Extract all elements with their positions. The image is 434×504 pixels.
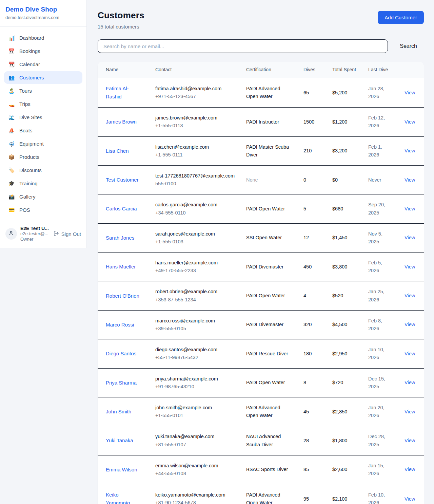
customer-total-spent: $5,200 [332,90,347,95]
view-customer-link[interactable]: View [405,90,415,95]
customer-total-spent: $3,800 [332,264,347,269]
sidebar-nav-item[interactable]: 📸 Gallery [4,190,82,203]
column-header-dives: Dives [295,62,324,78]
logout-icon [53,230,59,237]
view-customer-link[interactable]: View [405,467,415,472]
sidebar-nav-item[interactable]: 🏷️ Discounts [4,164,82,176]
customer-certification: PADI Open Water [246,293,285,298]
customer-dives: 45 [303,409,309,414]
nav-item-label: Bookings [19,48,40,54]
customer-name-link[interactable]: James Brown [106,118,137,126]
sidebar-nav-item[interactable]: 🌊 Dive Sites [4,111,82,124]
sign-out-button[interactable]: Sign Out [53,230,81,237]
customer-email: test-1772681807767@example.com [155,172,235,180]
sidebar-nav-item[interactable]: ⛵ Boats [4,124,82,137]
customer-last-dive: Feb 1, 2026 [368,144,382,157]
customer-name-link[interactable]: Test Customer [106,176,139,184]
customer-phone: +81-555-0107 [155,441,235,449]
view-customer-link[interactable]: View [405,206,415,211]
customer-name-link[interactable]: Priya Sharma [106,379,137,387]
customer-name-link[interactable]: Lisa Chen [106,147,129,155]
sidebar-nav-item[interactable]: 📊 Dashboard [4,32,82,44]
customer-name-link[interactable]: Yuki Tanaka [106,436,133,445]
customer-certification: PADI Master Scuba Diver [246,144,289,157]
nav-item-icon: 🏝️ [8,88,15,93]
add-customer-button[interactable]: Add Customer [378,11,424,24]
view-customer-link[interactable]: View [405,322,415,327]
view-customer-link[interactable]: View [405,409,415,414]
view-customer-link[interactable]: View [405,119,415,125]
sidebar-nav-item[interactable]: 👥 Customers [4,71,82,84]
customer-last-dive: Feb 5, 2026 [368,260,382,273]
view-customer-link[interactable]: View [405,177,415,183]
nav-item-label: Trips [19,101,31,107]
view-customer-link[interactable]: View [405,264,415,269]
customer-last-dive: Jan 15, 2026 [368,463,384,476]
view-customer-link[interactable]: View [405,438,415,443]
customer-phone: +49-170-555-2233 [155,267,235,275]
view-customer-link[interactable]: View [405,293,415,298]
nav-item-label: Products [19,154,39,160]
customer-certification: PADI Rescue Diver [246,351,288,356]
search-button[interactable]: Search [397,41,420,51]
table-row: Carlos Garcia carlos.garcia@example.com … [98,194,424,223]
customer-name-link[interactable]: John Smith [106,408,131,416]
customer-name-link[interactable]: Robert O'Brien [106,292,139,300]
sidebar-nav-item[interactable]: 📅 Bookings [4,45,82,57]
customer-name-link[interactable]: Hans Mueller [106,263,136,271]
view-customer-link[interactable]: View [405,148,415,153]
view-customer-link[interactable]: View [405,380,415,385]
customer-total-spent: $0 [332,177,338,183]
customer-phone: +1-555-0111 [155,151,235,159]
nav-item-icon: 🎓 [8,181,15,186]
page-header-text: Customers 15 total customers [98,10,144,30]
view-customer-link[interactable]: View [405,496,415,502]
customers-table: Name Contact Certification Dives Total S… [98,62,424,504]
customer-dives: 0 [303,177,306,183]
customer-total-spent: $4,500 [332,322,347,327]
nav-item-icon: 💳 [8,207,15,212]
customer-certification: PADI Advanced Open Water [246,405,280,418]
customer-name-link[interactable]: Marco Rossi [106,321,134,329]
customer-name-link[interactable]: Fatima Al-Rashid [106,85,141,101]
sidebar-nav-item[interactable]: 📆 Calendar [4,58,82,71]
nav-item-icon: 📊 [8,35,15,40]
customer-total-spent: $2,600 [332,467,347,472]
nav-item-label: Dive Sites [19,114,42,120]
column-header-actions [396,62,424,78]
sidebar-nav-item[interactable]: 🤿 Equipment [4,137,82,150]
column-header-total-spent: Total Spent [324,62,360,78]
sidebar-nav-item[interactable]: 🏝️ Tours [4,85,82,97]
shop-branding: Demo Dive Shop demo.test.divestreams.com [0,0,86,26]
sidebar-nav-item[interactable]: 💳 POS [4,204,82,216]
customer-dives: 65 [303,90,309,95]
view-customer-link[interactable]: View [405,351,415,356]
customer-email: lisa.chen@example.com [155,143,235,151]
customer-name-link[interactable]: Diego Santos [106,350,136,358]
table-row: Robert O'Brien robert.obrien@example.com… [98,281,424,310]
search-input[interactable] [98,39,388,53]
customer-last-dive: Sep 20, 2025 [368,202,385,215]
nav-item-label: Training [19,181,38,186]
customer-name-link[interactable]: Emma Wilson [106,466,137,474]
customer-name-link[interactable]: Sarah Jones [106,234,134,242]
customer-email: keiko.yamamoto@example.com [155,491,235,499]
sidebar-nav-item[interactable]: 🎓 Training [4,177,82,190]
customer-certification: PADI Advanced Open Water [246,492,280,504]
nav-item-icon: 📦 [8,154,15,160]
customer-name-link[interactable]: Carlos Garcia [106,205,137,213]
sidebar-nav-item[interactable]: 📦 Products [4,151,82,163]
customer-total-spent: $2,850 [332,409,347,414]
table-header-row: Name Contact Certification Dives Total S… [98,62,424,78]
table-row: Hans Mueller hans.mueller@example.com +4… [98,253,424,281]
customer-phone: +39-555-0105 [155,325,235,333]
customer-dives: 28 [303,438,309,443]
sidebar-nav-item[interactable]: 🚤 Trips [4,98,82,110]
customer-last-dive: Dec 15, 2025 [368,376,385,389]
customer-last-dive: Feb 10, 2026 [368,492,385,504]
customer-certification: SSI Open Water [246,235,282,240]
customer-certification: PADI Divemaster [246,322,283,327]
customer-name-link[interactable]: Keiko Yamamoto [106,491,141,504]
view-customer-link[interactable]: View [405,235,415,240]
nav-item-label: POS [19,207,30,213]
